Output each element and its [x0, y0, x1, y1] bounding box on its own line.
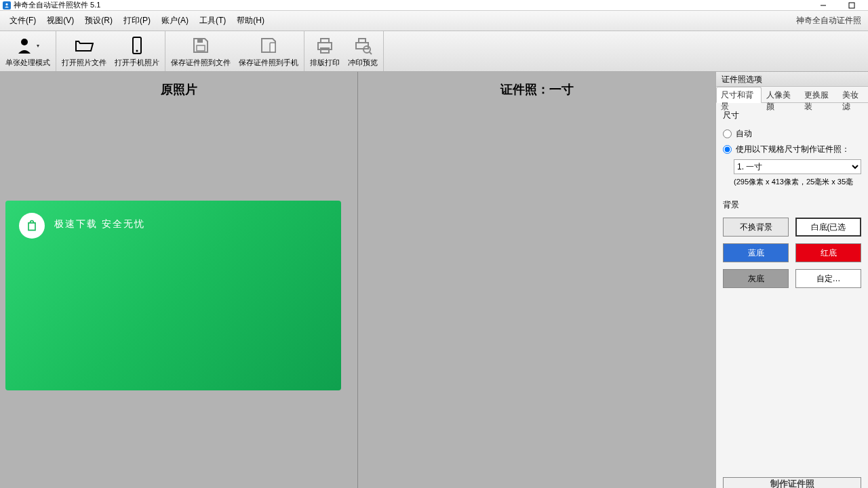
save-file-label: 保存证件照到文件 [171, 58, 231, 68]
print-preview-label: 冲印预览 [348, 58, 378, 68]
promo-text: 极速下载 安全无忧 [54, 213, 145, 230]
brand-text: 神奇全自动证件照 [796, 15, 864, 26]
menu-account[interactable]: 账户(A) [156, 12, 194, 29]
bg-blue-button[interactable]: 蓝底 [723, 243, 789, 262]
svg-point-0 [5, 3, 7, 5]
original-photo-pane: 原照片 极速下载 安全无忧 [0, 72, 358, 488]
svg-line-15 [370, 52, 372, 54]
bg-buttons-grid: 不换背景 白底(已选 蓝底 红底 灰底 自定… [723, 218, 861, 288]
toolbar-group-save: 保存证件照到文件 保存证件照到手机 [165, 31, 304, 71]
dropdown-arrow-icon: ▾ [37, 43, 39, 49]
menu-bar: 文件(F) 视图(V) 预设(R) 打印(P) 账户(A) 工具(T) 帮助(H… [0, 11, 868, 31]
tab-size-bg[interactable]: 尺寸和背景 [716, 87, 762, 103]
bg-section-title: 背景 [723, 199, 861, 211]
options-panel: 证件照选项 尺寸和背景 人像美颜 更换服装 美妆滤 尺寸 自动 使用以下规格尺寸… [715, 72, 868, 488]
id-photo-title: 证件照：一寸 [358, 72, 715, 107]
printer-icon [315, 36, 334, 55]
folder-open-icon [75, 36, 94, 55]
bg-no-change-button[interactable]: 不换背景 [723, 218, 789, 237]
bg-white-button[interactable]: 白底(已选 [795, 218, 861, 237]
bg-custom-button[interactable]: 自定… [795, 269, 861, 288]
window-controls [815, 1, 865, 9]
original-title: 原照片 [0, 72, 357, 107]
make-id-photo-button[interactable]: 制作证件照 [723, 477, 861, 488]
open-file-label: 打开照片文件 [62, 58, 106, 68]
tab-beauty[interactable]: 人像美颜 [762, 87, 800, 102]
size-auto-label: 自动 [736, 128, 752, 140]
toolbar-group-mode: ▾ 单张处理模式 [0, 31, 56, 71]
svg-point-5 [136, 50, 138, 52]
size-info: (295像素 x 413像素，25毫米 x 35毫 [734, 177, 861, 187]
panel-header: 证件照选项 [716, 72, 868, 87]
size-auto-radio[interactable] [723, 129, 732, 138]
bg-gray-button[interactable]: 灰底 [723, 269, 789, 288]
svg-rect-7 [197, 39, 203, 43]
save-disk-icon [191, 36, 210, 55]
svg-point-3 [21, 39, 28, 45]
save-phone-button[interactable]: 保存证件照到手机 [235, 31, 302, 71]
svg-rect-2 [849, 3, 854, 8]
svg-rect-8 [270, 43, 275, 52]
menu-file[interactable]: 文件(F) [4, 12, 41, 29]
title-bar-left: 神奇全自动证件照软件 5.1 [3, 0, 100, 10]
menu-view[interactable]: 视图(V) [41, 12, 79, 29]
layout-print-label: 排版打印 [310, 58, 340, 68]
size-preset-label: 使用以下规格尺寸制作证件照： [736, 144, 850, 155]
id-photo-pane: 证件照：一寸 [358, 72, 715, 488]
app-title: 神奇全自动证件照软件 5.1 [14, 0, 100, 10]
save-file-button[interactable]: 保存证件照到文件 [167, 31, 235, 71]
open-phone-button[interactable]: 打开手机照片 [111, 31, 163, 71]
svg-rect-6 [197, 45, 205, 51]
save-phone-label: 保存证件照到手机 [239, 58, 298, 68]
svg-rect-13 [359, 39, 366, 43]
menu-preset[interactable]: 预设(R) [79, 12, 118, 29]
size-select-row: 1. 一寸 [734, 159, 861, 174]
menu-items: 文件(F) 视图(V) 预设(R) 打印(P) 账户(A) 工具(T) 帮助(H… [4, 12, 270, 29]
main-area: 原照片 极速下载 安全无忧 证件照：一寸 证件照选项 尺寸和背景 人像美颜 更换… [0, 72, 868, 488]
open-phone-label: 打开手机照片 [115, 58, 159, 68]
svg-rect-10 [321, 39, 329, 43]
title-bar: 神奇全自动证件照软件 5.1 [0, 0, 868, 11]
person-silhouette-icon [16, 36, 35, 55]
minimize-button[interactable] [815, 1, 831, 9]
panel-tabs: 尺寸和背景 人像美颜 更换服装 美妆滤 [716, 87, 868, 103]
panel-body: 尺寸 自动 使用以下规格尺寸制作证件照： 1. 一寸 (295像素 x 413像… [716, 103, 868, 477]
size-preset-radio[interactable] [723, 145, 732, 154]
menu-help[interactable]: 帮助(H) [231, 12, 270, 29]
bottom-action-wrap: 制作证件照 [716, 477, 868, 488]
toolbar-group-open: 打开照片文件 打开手机照片 [56, 31, 165, 71]
open-file-button[interactable]: 打开照片文件 [58, 31, 111, 71]
promo-card[interactable]: 极速下载 安全无忧 [5, 201, 341, 390]
app-icon [3, 1, 11, 9]
menu-print[interactable]: 打印(P) [118, 12, 156, 29]
tab-makeup[interactable]: 美妆滤 [837, 87, 869, 102]
mode-button[interactable]: ▾ 单张处理模式 [1, 31, 54, 71]
toolbar: ▾ 单张处理模式 打开照片文件 打开手机照片 保存证件照到文件 [0, 31, 868, 72]
size-preset-row: 使用以下规格尺寸制作证件照： [723, 144, 861, 155]
canvas-area: 原照片 极速下载 安全无忧 证件照：一寸 [0, 72, 715, 488]
size-auto-row: 自动 [723, 128, 861, 140]
layout-print-button[interactable]: 排版打印 [306, 31, 344, 71]
maximize-button[interactable] [844, 1, 860, 9]
size-select[interactable]: 1. 一寸 [734, 159, 861, 174]
tab-clothes[interactable]: 更换服装 [800, 87, 837, 102]
size-section-title: 尺寸 [723, 110, 861, 121]
menu-tools[interactable]: 工具(T) [194, 12, 231, 29]
print-preview-icon [353, 36, 372, 55]
print-preview-button[interactable]: 冲印预览 [344, 31, 382, 71]
save-phone-icon [259, 36, 278, 55]
bg-red-button[interactable]: 红底 [795, 243, 861, 262]
mode-label: 单张处理模式 [5, 58, 50, 68]
toolbar-group-print: 排版打印 冲印预览 [304, 31, 384, 71]
shopping-bag-icon [19, 213, 45, 239]
phone-icon [127, 36, 146, 55]
